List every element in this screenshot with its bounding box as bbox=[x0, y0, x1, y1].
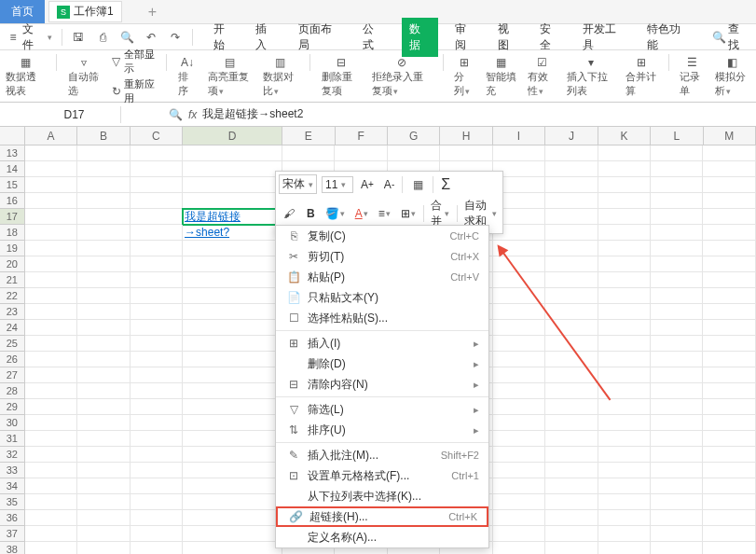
cell-K29[interactable] bbox=[598, 399, 651, 415]
cell-K21[interactable] bbox=[598, 272, 651, 288]
cell-M37[interactable] bbox=[703, 526, 755, 542]
cell-B37[interactable] bbox=[77, 526, 130, 542]
menu-tab-2[interactable]: 页面布局 bbox=[295, 20, 346, 55]
format-painter-button[interactable]: 🖌 bbox=[279, 205, 299, 222]
cell-G13[interactable] bbox=[388, 145, 440, 161]
cell-C33[interactable] bbox=[131, 463, 183, 478]
cell-B27[interactable] bbox=[77, 367, 130, 383]
home-tab[interactable]: 首页 bbox=[0, 0, 45, 23]
cell-B20[interactable] bbox=[77, 256, 130, 272]
row-header-26[interactable]: 26 bbox=[0, 352, 25, 367]
context-menu-item-10[interactable]: ▽筛选(L)▸ bbox=[276, 399, 488, 420]
cell-K38[interactable] bbox=[598, 542, 651, 554]
cell-M28[interactable] bbox=[703, 383, 755, 399]
cell-A33[interactable] bbox=[25, 463, 77, 478]
cell-C19[interactable] bbox=[131, 241, 183, 256]
cell-I38[interactable] bbox=[493, 542, 545, 554]
cell-B34[interactable] bbox=[77, 478, 130, 494]
cell-D38[interactable] bbox=[183, 542, 282, 554]
autofilter-button[interactable]: ▿自动筛选 bbox=[68, 54, 100, 98]
cell-I26[interactable] bbox=[493, 352, 545, 367]
name-box[interactable]: D17 bbox=[28, 106, 121, 123]
cell-L27[interactable] bbox=[651, 367, 703, 383]
cell-I25[interactable] bbox=[493, 336, 545, 352]
cell-A28[interactable] bbox=[25, 383, 77, 399]
cell-L29[interactable] bbox=[651, 399, 703, 415]
cell-J31[interactable] bbox=[545, 431, 598, 447]
col-header-L[interactable]: L bbox=[651, 127, 703, 145]
pivot-button[interactable]: ▦数据透视表 bbox=[6, 54, 45, 98]
cell-A34[interactable] bbox=[25, 478, 77, 494]
row-header-37[interactable]: 37 bbox=[0, 526, 25, 542]
cell-L30[interactable] bbox=[651, 415, 703, 431]
cell-C20[interactable] bbox=[131, 256, 183, 272]
cell-B22[interactable] bbox=[77, 288, 130, 304]
row-header-38[interactable]: 38 bbox=[0, 542, 25, 554]
cell-D33[interactable] bbox=[183, 463, 282, 478]
cell-A14[interactable] bbox=[25, 161, 77, 177]
cell-B14[interactable] bbox=[77, 161, 130, 177]
cell-M36[interactable] bbox=[703, 510, 755, 526]
cell-L38[interactable] bbox=[651, 542, 703, 554]
cell-B25[interactable] bbox=[77, 336, 130, 352]
cell-I34[interactable] bbox=[493, 478, 545, 494]
cell-J14[interactable] bbox=[545, 161, 598, 177]
cell-B35[interactable] bbox=[77, 494, 130, 510]
cell-I37[interactable] bbox=[493, 526, 545, 542]
cell-M30[interactable] bbox=[703, 415, 755, 431]
row-header-29[interactable]: 29 bbox=[0, 399, 25, 415]
cell-B13[interactable] bbox=[77, 145, 130, 161]
cell-M22[interactable] bbox=[703, 288, 755, 304]
cell-B28[interactable] bbox=[77, 383, 130, 399]
cell-I23[interactable] bbox=[493, 304, 545, 320]
cell-K24[interactable] bbox=[598, 320, 651, 336]
reapply-button[interactable]: ↻重新应用 bbox=[111, 77, 156, 105]
context-menu-item-1[interactable]: ✂剪切(T)Ctrl+X bbox=[276, 246, 488, 267]
cell-K35[interactable] bbox=[598, 494, 651, 510]
cell-L15[interactable] bbox=[651, 177, 703, 193]
cell-L25[interactable] bbox=[651, 336, 703, 352]
cell-J22[interactable] bbox=[545, 288, 598, 304]
cell-D28[interactable] bbox=[183, 383, 282, 399]
cell-K26[interactable] bbox=[598, 352, 651, 367]
print-icon[interactable]: ⎙ bbox=[95, 30, 110, 45]
cell-M19[interactable] bbox=[703, 241, 755, 256]
cell-A22[interactable] bbox=[25, 288, 77, 304]
context-menu-item-15[interactable]: 从下拉列表中选择(K)... bbox=[276, 486, 488, 506]
cell-C18[interactable] bbox=[131, 225, 183, 241]
whatif-button[interactable]: ◧模拟分析▾ bbox=[715, 54, 750, 98]
context-menu-item-2[interactable]: 📋粘贴(P)Ctrl+V bbox=[276, 267, 488, 287]
font-color-button[interactable]: A▾ bbox=[352, 206, 371, 221]
cell-L24[interactable] bbox=[651, 320, 703, 336]
cell-B21[interactable] bbox=[77, 272, 130, 288]
cell-C29[interactable] bbox=[131, 399, 183, 415]
cell-B36[interactable] bbox=[77, 510, 130, 526]
cell-M13[interactable] bbox=[703, 145, 755, 161]
cell-I28[interactable] bbox=[493, 383, 545, 399]
cell-C35[interactable] bbox=[131, 494, 183, 510]
col-header-E[interactable]: E bbox=[282, 127, 335, 145]
col-header-B[interactable]: B bbox=[77, 127, 130, 145]
col-header-K[interactable]: K bbox=[598, 127, 651, 145]
cell-L28[interactable] bbox=[651, 383, 703, 399]
row-header-14[interactable]: 14 bbox=[0, 161, 25, 177]
cell-J17[interactable] bbox=[545, 209, 598, 225]
col-header-H[interactable]: H bbox=[440, 127, 492, 145]
cell-C28[interactable] bbox=[131, 383, 183, 399]
menu-tab-9[interactable]: 特色功能 bbox=[643, 20, 694, 55]
recordset-button[interactable]: ☰记录单 bbox=[680, 54, 703, 98]
context-menu-item-11[interactable]: ⇅排序(U)▸ bbox=[276, 420, 488, 440]
grow-font-button[interactable]: A+ bbox=[358, 177, 377, 192]
cell-A35[interactable] bbox=[25, 494, 77, 510]
context-menu-item-3[interactable]: 📄只粘贴文本(Y) bbox=[276, 287, 488, 308]
cell-D20[interactable] bbox=[183, 256, 282, 272]
cell-M23[interactable] bbox=[703, 304, 755, 320]
main-menu-button[interactable]: ≡ 文件 ▾ bbox=[6, 21, 52, 53]
cell-F13[interactable] bbox=[335, 145, 387, 161]
cell-L37[interactable] bbox=[651, 526, 703, 542]
menu-tab-5[interactable]: 审阅 bbox=[451, 20, 481, 55]
cell-I35[interactable] bbox=[493, 494, 545, 510]
row-header-28[interactable]: 28 bbox=[0, 383, 25, 399]
row-header-27[interactable]: 27 bbox=[0, 367, 25, 383]
row-header-24[interactable]: 24 bbox=[0, 320, 25, 336]
